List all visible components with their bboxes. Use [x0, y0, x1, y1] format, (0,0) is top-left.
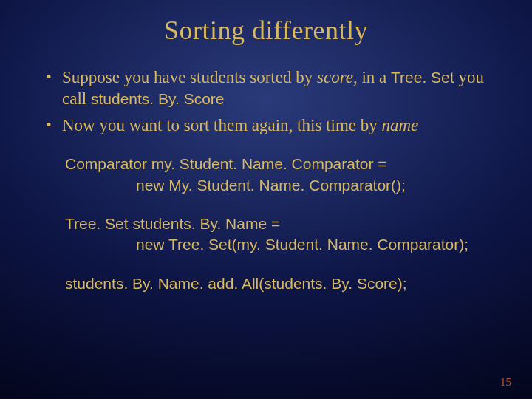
bullet-item-2: Now you want to sort them again, this ti…	[49, 115, 502, 136]
bullet-1-code-a: Tree. Set	[391, 69, 454, 86]
bullet-2-text-a: Now you want to sort them again, this ti…	[62, 116, 381, 134]
page-number: 15	[500, 376, 511, 389]
bullet-1-code-b: students. By. Score	[91, 90, 225, 107]
slide-title: Sorting differently	[30, 15, 502, 46]
slide: Sorting differently Suppose you have stu…	[0, 0, 532, 399]
bullet-list: Suppose you have students sorted by scor…	[30, 66, 502, 136]
code-line-2a: Tree. Set students. By. Name =	[65, 215, 280, 232]
bullet-item-1: Suppose you have students sorted by scor…	[49, 66, 502, 110]
bullet-1-text-b: , in a	[353, 68, 391, 86]
code-line-1a: Comparator my. Student. Name. Comparator…	[65, 155, 387, 172]
code-line-2b: new Tree. Set(my. Student. Name. Compara…	[65, 234, 502, 255]
code-line-3a: students. By. Name. add. All(students. B…	[65, 275, 407, 292]
bullet-1-text-a: Suppose you have students sorted by	[62, 68, 317, 86]
code-block-1: Comparator my. Student. Name. Comparator…	[65, 154, 502, 196]
code-block-2: Tree. Set students. By. Name = new Tree.…	[65, 214, 502, 256]
code-block-3: students. By. Name. add. All(students. B…	[65, 273, 502, 294]
code-line-1b: new My. Student. Name. Comparator();	[65, 175, 502, 196]
bullet-1-emph: score	[317, 68, 353, 86]
bullet-2-emph: name	[381, 116, 418, 134]
